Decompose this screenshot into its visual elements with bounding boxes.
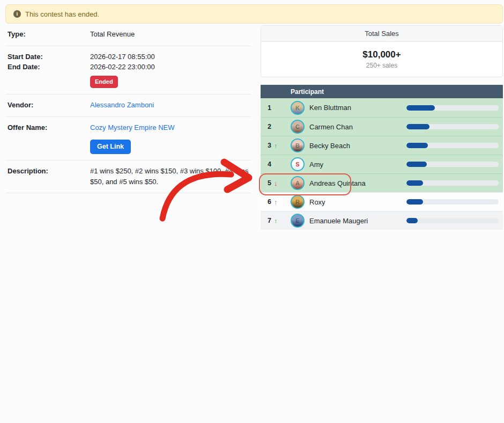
leaderboard-row-4: 4 S Amy xyxy=(261,155,503,173)
offer-name-label: Offer Name: xyxy=(8,122,90,155)
info-icon: i xyxy=(13,10,21,18)
rank-number: 7 xyxy=(268,217,271,224)
type-label: Type: xyxy=(8,29,90,40)
avatar: S xyxy=(291,157,305,171)
trend-up-icon: ↑ xyxy=(274,217,278,224)
trend-up-icon: ↑ xyxy=(274,142,278,149)
participant-name: Andreas Quintana xyxy=(309,179,366,187)
progress-cell xyxy=(406,199,503,205)
contest-details-panel: Type: Total Revenue Start Date: End Date… xyxy=(5,24,251,193)
progress-cell xyxy=(406,180,503,186)
avatar-initial: E xyxy=(295,217,299,224)
progress-track xyxy=(406,180,499,186)
total-sales-card: Total Sales $10,000+ 250+ sales xyxy=(261,25,503,77)
leaderboard-row-3: 3 ↑ B Becky Beach xyxy=(261,136,503,155)
participant-name: Amy xyxy=(309,161,323,169)
avatar: R xyxy=(291,195,305,209)
progress-cell xyxy=(406,162,503,167)
participant-name: Emanuele Maugeri xyxy=(309,217,368,225)
avatar-initial: B xyxy=(295,142,300,149)
rank-number: 4 xyxy=(268,161,271,168)
avatar-initial: K xyxy=(295,105,300,111)
progress-track xyxy=(406,124,499,129)
progress-cell xyxy=(406,124,503,129)
leaderboard-row-5: 5 ↓ A Andreas Quintana xyxy=(261,173,503,192)
start-date-value: 2026-02-17 08:55:00 xyxy=(90,52,249,62)
contest-page: { "alert": { "icon": "info-icon", "text"… xyxy=(0,0,504,423)
rank-cell: 3 ↑ xyxy=(261,142,291,149)
description-value: #1 wins $250, #2 wins $150, #3 wins $100… xyxy=(90,166,249,187)
total-sales-amount: $10,000+ xyxy=(362,49,401,60)
offer-name-link[interactable]: Cozy Mystery Empire NEW xyxy=(90,123,174,132)
avatar-initial: S xyxy=(295,161,299,167)
progress-fill xyxy=(406,105,435,111)
rank-number: 2 xyxy=(268,123,271,130)
participant-name: Roxy xyxy=(309,198,325,206)
rank-number: 1 xyxy=(268,104,271,112)
date-labels: Start Date: End Date: xyxy=(8,52,90,89)
avatar: C xyxy=(291,120,305,134)
progress-fill xyxy=(406,124,429,129)
progress-fill xyxy=(406,143,428,148)
rank-number: 3 xyxy=(268,142,271,149)
avatar-initial: R xyxy=(295,199,300,205)
participant-cell: R Roxy xyxy=(291,195,406,209)
rank-cell: 1 xyxy=(261,104,291,112)
rank-cell: 5 ↓ xyxy=(261,179,291,187)
participant-column-header: Participant xyxy=(291,88,324,96)
vendor-value: Alessandro Zamboni xyxy=(90,100,249,111)
end-date-value: 2026-02-22 23:00:00 xyxy=(90,62,249,72)
contest-ended-alert: i This contest has ended. xyxy=(5,4,503,24)
progress-fill xyxy=(406,199,423,205)
participant-cell: E Emanuele Maugeri xyxy=(291,214,406,228)
avatar-initial: C xyxy=(295,123,300,130)
progress-track xyxy=(406,143,499,148)
ended-status-badge: Ended xyxy=(90,76,118,89)
participant-cell: S Amy xyxy=(291,157,406,171)
total-sales-card-title: Total Sales xyxy=(261,26,502,42)
participant-cell: K Ken Bluttman xyxy=(291,101,406,115)
detail-row-description: Description: #1 wins $250, #2 wins $150,… xyxy=(5,161,251,193)
rank-cell: 6 ↑ xyxy=(261,198,291,206)
offer-value: Cozy Mystery Empire NEW Get Link xyxy=(90,122,249,155)
participant-cell: B Becky Beach xyxy=(291,138,406,152)
leaderboard-table: Participant 1 K Ken Bluttman 2 C Carmen xyxy=(261,85,503,230)
participant-cell: C Carmen Chan xyxy=(291,120,406,134)
detail-row-dates: Start Date: End Date: 2026-02-17 08:55:0… xyxy=(5,46,251,95)
total-sales-count: 250+ sales xyxy=(366,62,397,69)
progress-track xyxy=(406,218,499,223)
progress-fill xyxy=(406,180,423,186)
rank-cell: 7 ↑ xyxy=(261,217,291,224)
progress-fill xyxy=(406,162,427,167)
progress-track xyxy=(406,199,499,205)
detail-row-offer: Offer Name: Cozy Mystery Empire NEW Get … xyxy=(5,117,251,161)
description-label: Description: xyxy=(8,166,90,187)
trend-up-icon: ↑ xyxy=(274,199,278,206)
total-sales-card-body: $10,000+ 250+ sales xyxy=(261,42,502,77)
contest-results-panel: Total Sales $10,000+ 250+ sales Particip… xyxy=(261,25,503,230)
start-date-label: Start Date: xyxy=(8,52,90,62)
rank-number: 6 xyxy=(268,198,271,206)
vendor-link[interactable]: Alessandro Zamboni xyxy=(90,101,154,109)
detail-row-vendor: Vendor: Alessandro Zamboni xyxy=(5,94,251,117)
progress-track xyxy=(406,162,499,167)
type-value: Total Revenue xyxy=(90,29,249,40)
progress-fill xyxy=(406,218,418,223)
participant-name: Carmen Chan xyxy=(309,123,353,131)
leaderboard-row-1: 1 K Ken Bluttman xyxy=(261,98,503,117)
vendor-label: Vendor: xyxy=(8,100,90,111)
participant-name: Becky Beach xyxy=(309,142,350,150)
progress-cell xyxy=(406,143,503,148)
leaderboard-row-6: 6 ↑ R Roxy xyxy=(261,192,503,211)
get-link-button[interactable]: Get Link xyxy=(90,140,131,154)
date-values: 2026-02-17 08:55:00 2026-02-22 23:00:00 … xyxy=(90,52,249,89)
progress-cell xyxy=(406,105,503,111)
detail-row-type: Type: Total Revenue xyxy=(5,24,251,46)
end-date-label: End Date: xyxy=(8,62,90,72)
progress-track xyxy=(406,105,499,111)
rank-number: 5 xyxy=(268,179,271,187)
avatar: E xyxy=(291,214,305,228)
alert-text: This contest has ended. xyxy=(25,10,99,18)
avatar: K xyxy=(291,101,305,115)
trend-down-icon: ↓ xyxy=(274,180,278,187)
